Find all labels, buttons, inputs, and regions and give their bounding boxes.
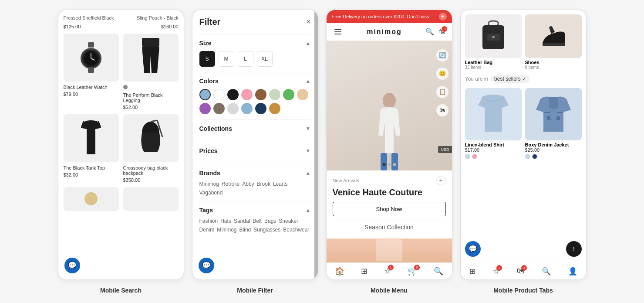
dot-indicator-2[interactable] — [388, 163, 391, 166]
tabs-bottom-navigation: ⊞ ☆ 1 🛍 3 🔍 👤 — [461, 263, 586, 279]
bag-icon[interactable]: 🛍 — [436, 104, 448, 116]
tag-sneaker[interactable]: Sneaker — [279, 218, 298, 224]
nav-cart[interactable]: 🛒 0 — [408, 266, 417, 276]
wishlist-icon[interactable]: 🔄 — [436, 49, 448, 61]
tabs-nav-search[interactable]: 🔍 — [542, 267, 551, 276]
best-sellers-badge[interactable]: best sellers ✓ — [491, 75, 529, 83]
color-swatch-grey[interactable] — [227, 103, 239, 114]
tabs-nav-bag[interactable]: 🛍 3 — [517, 267, 524, 276]
color-swatch-pink[interactable] — [241, 89, 253, 100]
brand-abby[interactable]: Abby — [242, 181, 254, 187]
promo-plus-icon[interactable]: + — [439, 13, 447, 20]
tag-belt[interactable]: Belt — [253, 218, 262, 224]
tags-section-header[interactable]: Tags ▲ — [199, 207, 311, 214]
tag-denim[interactable]: Denim — [199, 227, 215, 233]
size-option-m[interactable]: M — [219, 51, 234, 67]
tag-sunglasses[interactable]: Sunglasses — [253, 227, 280, 233]
hamburger-menu-icon[interactable] — [333, 27, 343, 36]
color-swatch-blue[interactable] — [199, 89, 211, 100]
prices-section-header[interactable]: Prices ▼ — [199, 147, 311, 154]
jacket-color-blue[interactable] — [525, 154, 530, 159]
brands-section-header[interactable]: Brands ▲ — [199, 170, 311, 177]
shirt-price: $17.00 — [465, 147, 522, 153]
tag-blind[interactable]: Blind — [239, 227, 251, 233]
shoes-category[interactable]: Shoes 8 items — [525, 14, 582, 70]
svg-rect-20 — [556, 116, 560, 120]
colors-section-header[interactable]: Colors ▲ — [199, 78, 311, 85]
brand-brook[interactable]: Brook — [257, 181, 270, 187]
denim-jacket-icon — [534, 92, 573, 136]
list-item[interactable]: Boxy Denim Jacket $25.00 — [525, 88, 582, 260]
tabs-nav-grid[interactable]: ⊞ — [469, 267, 475, 276]
color-swatch-navy[interactable] — [255, 103, 266, 114]
top-price-2: $160.00 — [161, 24, 179, 29]
list-item[interactable]: The Perform Black Legging $52.00 — [123, 34, 179, 110]
search-icon[interactable]: 🔍 — [425, 27, 434, 36]
tabs-chat-button[interactable]: 💬 — [465, 241, 481, 257]
list-item[interactable]: Linen-blend Shirt $17.00 — [465, 88, 522, 260]
color-swatch-tan[interactable] — [269, 103, 280, 114]
leather-bag-name: Leather Bag — [465, 60, 522, 65]
brand-learts[interactable]: Learts — [273, 181, 287, 187]
color-swatch-green[interactable] — [283, 89, 294, 100]
size-section-header[interactable]: Size ▲ — [199, 40, 311, 47]
scroll-to-top-button[interactable]: ↑ — [566, 241, 582, 257]
leather-bag-category[interactable]: Leather Bag 32 items — [465, 14, 522, 70]
shop-now-button[interactable]: Shop Now — [333, 202, 446, 216]
tag-fashion[interactable]: Fashion — [199, 218, 218, 224]
you-are-in-label: You are in — [465, 76, 489, 82]
list-item[interactable]: Black Leather Watch $79.00 — [64, 34, 119, 110]
color-swatch-sage[interactable] — [269, 89, 280, 100]
tag-beachwear[interactable]: Beachwear — [283, 227, 309, 233]
size-option-s[interactable]: S — [199, 51, 215, 67]
tags-section: Tags ▲ Fashion Hats Sandal Belt Bags Sne… — [199, 201, 311, 238]
filter-chat-button[interactable]: 💬 — [199, 258, 214, 273]
list-item[interactable]: Crossbody bag black backpack $350.00 — [123, 114, 179, 183]
nav-wishlist[interactable]: ☆ 1 — [384, 266, 391, 276]
tabs-nav-account[interactable]: 👤 — [568, 267, 577, 276]
top-product-name-1: Pressed Sheffield Black — [64, 15, 114, 20]
color-swatch-purple[interactable] — [199, 103, 211, 114]
nav-search[interactable]: 🔍 — [434, 266, 443, 276]
chat-button[interactable]: 💬 — [64, 258, 80, 273]
size-option-l[interactable]: L — [238, 51, 253, 67]
hero-image-area: 🔄 😊 📋 🛍 USD — [327, 41, 452, 170]
jacket-color-navy[interactable] — [532, 154, 537, 159]
tag-bags[interactable]: Bags — [264, 218, 276, 224]
color-swatch-peach[interactable] — [297, 89, 308, 100]
share-icon[interactable]: 😊 — [436, 68, 448, 80]
tag-sandal[interactable]: Sandal — [234, 218, 250, 224]
nav-home[interactable]: 🏠 — [335, 266, 344, 276]
tabs-nav-wishlist[interactable]: ☆ 1 — [493, 267, 499, 276]
filter-screen[interactable]: Filter × Size ▲ S M L XL — [192, 10, 318, 279]
menu-navigation: minimog 🔍 🛍 0 — [327, 23, 452, 41]
tag-hats[interactable]: Hats — [220, 218, 231, 224]
color-swatch-brown[interactable] — [255, 89, 266, 100]
shoes-count: 8 items — [525, 65, 582, 70]
new-arrivals-plus-button[interactable]: + — [436, 176, 446, 185]
brand-minimog[interactable]: Minimog — [199, 181, 219, 187]
dot-indicator-3[interactable] — [393, 163, 396, 166]
shirt-color-pink[interactable] — [472, 154, 477, 159]
color-swatch-taupe[interactable] — [213, 103, 225, 114]
tag-minimog[interactable]: Minimog — [217, 227, 236, 233]
tabs-screen-label: Mobile Product Tabs — [493, 287, 553, 294]
collections-section-header[interactable]: Collections ▼ — [199, 125, 311, 132]
size-option-xl[interactable]: XL — [257, 51, 273, 67]
search-screen[interactable]: Pressed Sheffield Black Sling Pouch - Bl… — [58, 10, 184, 279]
you-are-in-row: You are in best sellers ✓ — [461, 72, 586, 85]
color-swatch-white[interactable] — [213, 89, 225, 100]
color-swatch-lightblue[interactable] — [241, 103, 253, 114]
dot-indicator-1[interactable] — [382, 163, 385, 166]
cart-icon-wrapper[interactable]: 🛍 0 — [438, 28, 445, 36]
filter-close-button[interactable]: × — [306, 17, 311, 27]
brand-vagabond[interactable]: Vagabond — [199, 190, 223, 196]
leather-bag-count: 32 items — [465, 65, 522, 70]
color-swatch-black[interactable] — [227, 89, 239, 100]
brand-retrolie[interactable]: Retrolie — [222, 181, 239, 187]
shirt-color-blue[interactable] — [465, 154, 470, 159]
nav-grid[interactable]: ⊞ — [361, 266, 368, 276]
compare-icon[interactable]: 📋 — [436, 86, 448, 98]
screens-container: Pressed Sheffield Black Sling Pouch - Bl… — [58, 10, 587, 294]
list-item[interactable]: The Black Tank Top $32.00 — [64, 114, 119, 183]
